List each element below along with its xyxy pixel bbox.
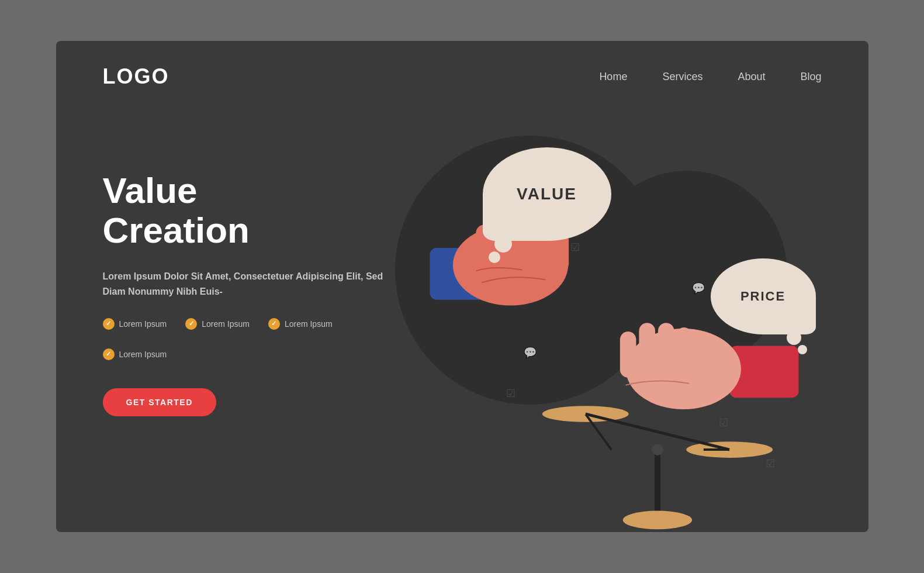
nav-about[interactable]: About xyxy=(738,71,765,83)
svg-rect-10 xyxy=(639,323,655,374)
checklist: Lorem Ipsum Lorem Ipsum Lorem Ipsum Lore… xyxy=(103,318,407,360)
price-text: PRICE xyxy=(740,289,785,304)
check-label-4: Lorem Ipsum xyxy=(119,350,167,359)
check-item-1: Lorem Ipsum xyxy=(103,318,167,330)
check-label-2: Lorem Ipsum xyxy=(202,319,250,329)
page-wrapper: LOGO Home Services About Blog Value Crea… xyxy=(56,41,868,532)
check-item-3: Lorem Ipsum xyxy=(268,318,333,330)
svg-rect-21 xyxy=(631,513,683,524)
check-icon-1 xyxy=(103,318,115,330)
get-started-button[interactable]: GET STARTED xyxy=(103,388,216,416)
value-text: VALUE xyxy=(517,185,577,203)
logo: LOGO xyxy=(103,64,169,89)
check-label-1: Lorem Ipsum xyxy=(119,319,167,329)
check-icon-3 xyxy=(268,318,280,330)
header: LOGO Home Services About Blog xyxy=(56,41,868,89)
nav-home[interactable]: Home xyxy=(599,71,627,83)
nav-services[interactable]: Services xyxy=(662,71,702,83)
svg-rect-19 xyxy=(655,450,660,519)
nav: Home Services About Blog xyxy=(599,71,821,83)
hero-title: Value Creation xyxy=(103,171,407,250)
nav-blog[interactable]: Blog xyxy=(800,71,821,83)
price-bubble: PRICE xyxy=(711,258,816,334)
check-label-3: Lorem Ipsum xyxy=(285,319,333,329)
check-icon-2 xyxy=(185,318,197,330)
check-item-2: Lorem Ipsum xyxy=(185,318,250,330)
check-icon-4 xyxy=(103,348,115,360)
hero-section: Value Creation Lorem Ipsum Dolor Sit Ame… xyxy=(56,89,868,522)
check-item-4: Lorem Ipsum xyxy=(103,348,167,360)
svg-rect-11 xyxy=(657,323,674,374)
svg-rect-9 xyxy=(620,332,636,378)
hero-content: Value Creation Lorem Ipsum Dolor Sit Ame… xyxy=(103,124,407,416)
svg-point-22 xyxy=(652,444,663,455)
svg-rect-13 xyxy=(694,336,708,375)
hero-illustration: VALUE PRICE ☑ 💬 💬 ☑ ☑ ☑ xyxy=(407,124,822,532)
hero-description: Lorem Ipsum Dolor Sit Amet, Consectetuer… xyxy=(103,269,407,299)
value-bubble: VALUE xyxy=(483,147,611,241)
svg-rect-12 xyxy=(676,327,691,374)
